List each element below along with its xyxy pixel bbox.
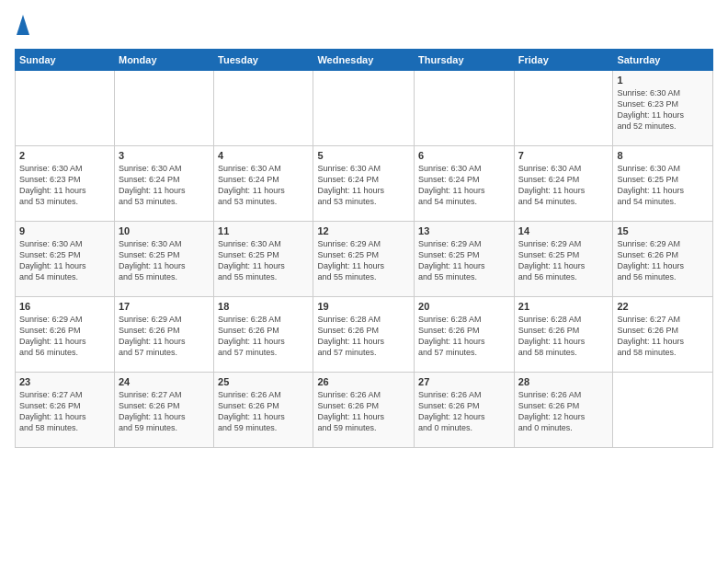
- day-cell: 15Sunrise: 6:29 AM Sunset: 6:26 PM Dayli…: [613, 221, 713, 296]
- day-cell: [114, 70, 213, 145]
- day-cell: [613, 372, 713, 447]
- day-number: 15: [617, 225, 709, 236]
- day-cell: 18Sunrise: 6:28 AM Sunset: 6:26 PM Dayli…: [214, 296, 313, 372]
- day-info: Sunrise: 6:26 AM Sunset: 6:26 PM Dayligh…: [518, 389, 609, 434]
- day-cell: 25Sunrise: 6:26 AM Sunset: 6:26 PM Dayli…: [214, 372, 313, 447]
- day-cell: 22Sunrise: 6:27 AM Sunset: 6:26 PM Dayli…: [613, 296, 713, 372]
- day-number: 18: [218, 301, 309, 312]
- day-number: 4: [218, 150, 309, 161]
- day-number: 6: [418, 150, 510, 161]
- day-cell: 26Sunrise: 6:26 AM Sunset: 6:26 PM Dayli…: [313, 372, 415, 447]
- day-info: Sunrise: 6:28 AM Sunset: 6:26 PM Dayligh…: [518, 314, 609, 359]
- day-number: 12: [317, 225, 410, 236]
- day-number: 24: [119, 376, 210, 387]
- day-cell: [415, 70, 515, 145]
- day-cell: 11Sunrise: 6:30 AM Sunset: 6:25 PM Dayli…: [214, 221, 313, 296]
- weekday-header-row: SundayMondayTuesdayWednesdayThursdayFrid…: [16, 49, 713, 70]
- day-number: 8: [617, 150, 709, 161]
- day-info: Sunrise: 6:28 AM Sunset: 6:26 PM Dayligh…: [218, 314, 309, 359]
- day-cell: 9Sunrise: 6:30 AM Sunset: 6:25 PM Daylig…: [16, 221, 115, 296]
- day-number: 11: [218, 225, 309, 236]
- weekday-thursday: Thursday: [415, 49, 515, 70]
- day-info: Sunrise: 6:26 AM Sunset: 6:26 PM Dayligh…: [218, 389, 309, 434]
- day-info: Sunrise: 6:27 AM Sunset: 6:26 PM Dayligh…: [119, 389, 210, 434]
- day-info: Sunrise: 6:27 AM Sunset: 6:26 PM Dayligh…: [19, 389, 110, 434]
- day-number: 1: [617, 75, 709, 86]
- week-row-2: 2Sunrise: 6:30 AM Sunset: 6:23 PM Daylig…: [16, 145, 713, 221]
- day-number: 20: [418, 301, 510, 312]
- day-info: Sunrise: 6:29 AM Sunset: 6:26 PM Dayligh…: [617, 238, 709, 283]
- page: SundayMondayTuesdayWednesdayThursdayFrid…: [0, 0, 728, 563]
- day-cell: 4Sunrise: 6:30 AM Sunset: 6:24 PM Daylig…: [214, 145, 313, 221]
- day-info: Sunrise: 6:29 AM Sunset: 6:25 PM Dayligh…: [317, 238, 410, 283]
- day-info: Sunrise: 6:26 AM Sunset: 6:26 PM Dayligh…: [418, 389, 510, 434]
- day-number: 27: [418, 376, 510, 387]
- day-info: Sunrise: 6:30 AM Sunset: 6:24 PM Dayligh…: [317, 163, 410, 208]
- weekday-wednesday: Wednesday: [313, 49, 415, 70]
- svg-marker-0: [17, 15, 29, 35]
- day-cell: [214, 70, 313, 145]
- day-info: Sunrise: 6:30 AM Sunset: 6:25 PM Dayligh…: [19, 238, 110, 283]
- day-info: Sunrise: 6:30 AM Sunset: 6:25 PM Dayligh…: [218, 238, 309, 283]
- day-number: 16: [19, 301, 110, 312]
- day-info: Sunrise: 6:26 AM Sunset: 6:26 PM Dayligh…: [317, 389, 410, 434]
- logo-icon: [17, 15, 29, 35]
- day-cell: 20Sunrise: 6:28 AM Sunset: 6:26 PM Dayli…: [415, 296, 515, 372]
- day-number: 3: [119, 150, 210, 161]
- day-cell: 8Sunrise: 6:30 AM Sunset: 6:25 PM Daylig…: [613, 145, 713, 221]
- day-number: 19: [317, 301, 410, 312]
- day-cell: 14Sunrise: 6:29 AM Sunset: 6:25 PM Dayli…: [514, 221, 613, 296]
- day-info: Sunrise: 6:27 AM Sunset: 6:26 PM Dayligh…: [617, 314, 709, 359]
- day-cell: 7Sunrise: 6:30 AM Sunset: 6:24 PM Daylig…: [514, 145, 613, 221]
- day-info: Sunrise: 6:30 AM Sunset: 6:24 PM Dayligh…: [119, 163, 210, 208]
- day-cell: 3Sunrise: 6:30 AM Sunset: 6:24 PM Daylig…: [114, 145, 213, 221]
- day-info: Sunrise: 6:29 AM Sunset: 6:26 PM Dayligh…: [119, 314, 210, 359]
- day-number: 9: [19, 225, 110, 236]
- day-cell: 13Sunrise: 6:29 AM Sunset: 6:25 PM Dayli…: [415, 221, 515, 296]
- header: [15, 15, 713, 40]
- day-number: 5: [317, 150, 410, 161]
- day-cell: 28Sunrise: 6:26 AM Sunset: 6:26 PM Dayli…: [514, 372, 613, 447]
- day-cell: 16Sunrise: 6:29 AM Sunset: 6:26 PM Dayli…: [16, 296, 115, 372]
- weekday-tuesday: Tuesday: [214, 49, 313, 70]
- weekday-friday: Friday: [514, 49, 613, 70]
- day-info: Sunrise: 6:30 AM Sunset: 6:24 PM Dayligh…: [418, 163, 510, 208]
- day-cell: [313, 70, 415, 145]
- weekday-monday: Monday: [114, 49, 213, 70]
- day-cell: 19Sunrise: 6:28 AM Sunset: 6:26 PM Dayli…: [313, 296, 415, 372]
- day-info: Sunrise: 6:29 AM Sunset: 6:26 PM Dayligh…: [19, 314, 110, 359]
- day-info: Sunrise: 6:30 AM Sunset: 6:25 PM Dayligh…: [119, 238, 210, 283]
- day-number: 17: [119, 301, 210, 312]
- day-number: 13: [418, 225, 510, 236]
- day-info: Sunrise: 6:30 AM Sunset: 6:24 PM Dayligh…: [518, 163, 609, 208]
- day-number: 21: [518, 301, 609, 312]
- day-number: 14: [518, 225, 609, 236]
- day-info: Sunrise: 6:29 AM Sunset: 6:25 PM Dayligh…: [518, 238, 609, 283]
- day-number: 23: [19, 376, 110, 387]
- day-number: 2: [19, 150, 110, 161]
- day-cell: 6Sunrise: 6:30 AM Sunset: 6:24 PM Daylig…: [415, 145, 515, 221]
- day-cell: [16, 70, 115, 145]
- day-info: Sunrise: 6:29 AM Sunset: 6:25 PM Dayligh…: [418, 238, 510, 283]
- logo: [15, 15, 29, 40]
- week-row-1: 1Sunrise: 6:30 AM Sunset: 6:23 PM Daylig…: [16, 70, 713, 145]
- day-cell: 2Sunrise: 6:30 AM Sunset: 6:23 PM Daylig…: [16, 145, 115, 221]
- day-info: Sunrise: 6:30 AM Sunset: 6:23 PM Dayligh…: [19, 163, 110, 208]
- day-info: Sunrise: 6:28 AM Sunset: 6:26 PM Dayligh…: [418, 314, 510, 359]
- day-cell: 27Sunrise: 6:26 AM Sunset: 6:26 PM Dayli…: [415, 372, 515, 447]
- day-cell: 1Sunrise: 6:30 AM Sunset: 6:23 PM Daylig…: [613, 70, 713, 145]
- day-cell: [514, 70, 613, 145]
- day-number: 25: [218, 376, 309, 387]
- weekday-saturday: Saturday: [613, 49, 713, 70]
- day-info: Sunrise: 6:30 AM Sunset: 6:23 PM Dayligh…: [617, 87, 709, 132]
- day-cell: 5Sunrise: 6:30 AM Sunset: 6:24 PM Daylig…: [313, 145, 415, 221]
- day-cell: 23Sunrise: 6:27 AM Sunset: 6:26 PM Dayli…: [16, 372, 115, 447]
- day-number: 10: [119, 225, 210, 236]
- week-row-5: 23Sunrise: 6:27 AM Sunset: 6:26 PM Dayli…: [16, 372, 713, 447]
- day-number: 26: [317, 376, 410, 387]
- day-info: Sunrise: 6:30 AM Sunset: 6:25 PM Dayligh…: [617, 163, 709, 208]
- week-row-4: 16Sunrise: 6:29 AM Sunset: 6:26 PM Dayli…: [16, 296, 713, 372]
- day-cell: 21Sunrise: 6:28 AM Sunset: 6:26 PM Dayli…: [514, 296, 613, 372]
- calendar: SundayMondayTuesdayWednesdayThursdayFrid…: [15, 49, 713, 448]
- day-number: 28: [518, 376, 609, 387]
